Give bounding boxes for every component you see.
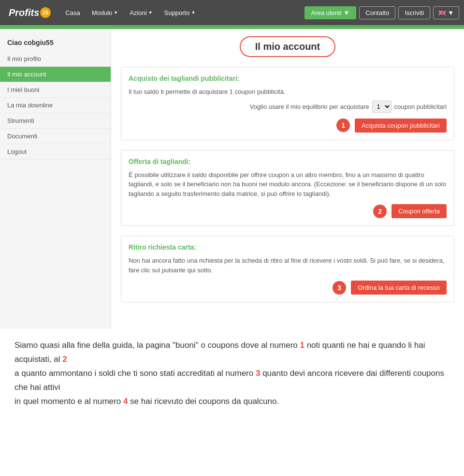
main-content: Il mio account Acquisto dei tagliandi pu…: [111, 29, 464, 329]
logo-text: Profits: [9, 7, 39, 18]
highlight-number-1: 1: [300, 341, 304, 350]
page-layout: Ciao cobgiu55 Il mio profilo Il mio acco…: [0, 29, 464, 329]
step-1-badge: 1: [336, 119, 350, 132]
section-offerta: Offerta di tagliandi: È possibile utiliz…: [121, 150, 454, 226]
sidebar-item-profile[interactable]: Il mio profilo: [0, 51, 111, 67]
nav-link-supporto[interactable]: Supporto ▼: [159, 9, 202, 16]
section3-title: Ritiro richiesta carta:: [129, 243, 447, 251]
page-title: Il mio account: [240, 36, 335, 57]
coupon-offerta-button[interactable]: Coupon offerta: [392, 204, 447, 218]
section-ritiro: Ritiro richiesta carta: Non hai ancora f…: [121, 236, 454, 302]
chevron-down-icon: ▼: [114, 10, 118, 15]
coupon-quantity-select[interactable]: 1 2 3 4: [372, 101, 392, 113]
section3-text: Non hai ancora fatto una richiesta per l…: [129, 256, 447, 275]
page-title-container: Il mio account: [121, 36, 454, 57]
section2-title: Offerta di tagliandi:: [129, 158, 447, 165]
nav-links: Casa Modulo ▼ Azioni ▼ Supporto ▼: [59, 9, 304, 16]
section1-action-row: 1 Acquista coupon pubblicitari: [129, 119, 447, 133]
ordina-carta-button[interactable]: Ordina la tua carta di recesso: [351, 281, 447, 295]
highlight-number-4: 4: [123, 397, 128, 406]
logo[interactable]: Profits 25: [5, 7, 55, 18]
sidebar-item-logout[interactable]: Logout: [0, 144, 111, 160]
nav-link-azioni[interactable]: Azioni ▼: [124, 9, 158, 16]
section-acquisto: Acquisto dei tagliandi pubblicitari: Il …: [121, 67, 454, 140]
green-accent-bar: [0, 25, 464, 29]
section2-action-row: 2 Coupon offerta: [129, 204, 447, 218]
sidebar-item-documenti[interactable]: Documenti: [0, 129, 111, 144]
coupon-select-suffix: coupon pubblicitari: [394, 103, 447, 110]
logo-badge: 25: [40, 7, 51, 18]
chevron-down-icon: ▼: [148, 10, 153, 15]
iscriviti-button[interactable]: Iscriviti: [398, 6, 430, 19]
nav-link-casa[interactable]: Casa: [59, 9, 86, 16]
bottom-text: Siamo quasi alla fine della guida, la pa…: [0, 329, 464, 418]
acquista-coupon-button[interactable]: Acquista coupon pubblicitari: [355, 119, 447, 133]
chevron-down-icon: ▼: [448, 9, 454, 16]
area-utenti-button[interactable]: Area utenti ▼: [304, 6, 357, 19]
sidebar-greeting: Ciao cobgiu55: [0, 34, 111, 51]
contatto-button[interactable]: Contatto: [359, 6, 395, 19]
nav-link-modulo[interactable]: Modulo ▼: [86, 9, 124, 16]
nav-right: Area utenti ▼ Contatto Iscriviti 🇬🇧 ▼: [304, 6, 460, 19]
sidebar-item-buoni[interactable]: I miei buoni: [0, 82, 111, 98]
top-navigation: Profits 25 Casa Modulo ▼ Azioni ▼ Suppor…: [0, 0, 464, 25]
highlight-number-3: 3: [256, 369, 260, 378]
section2-text: È possibile utilizzare il saldo disponib…: [129, 170, 447, 199]
section3-action-row: 3 Ordina la tua carta di recesso: [129, 281, 447, 295]
bottom-paragraph: Siamo quasi alla fine della guida, la pa…: [14, 339, 450, 408]
sidebar: Ciao cobgiu55 Il mio profilo Il mio acco…: [0, 29, 111, 329]
step-2-badge: 2: [373, 205, 387, 218]
sidebar-item-downline[interactable]: La mia downline: [0, 98, 111, 113]
language-button[interactable]: 🇬🇧 ▼: [433, 6, 459, 19]
highlight-number-2: 2: [62, 355, 67, 364]
sidebar-item-strumenti[interactable]: Strumenti: [0, 113, 111, 129]
section1-title: Acquisto dei tagliandi pubblicitari:: [129, 74, 447, 82]
coupon-row-label: Voglio usare il mio equilibrio per acqui…: [249, 103, 369, 110]
chevron-down-icon: ▼: [343, 9, 349, 16]
section1-text: Il tuo saldo ti permette di acquistare 1…: [129, 87, 447, 97]
step-3-badge: 3: [333, 281, 346, 295]
chevron-down-icon: ▼: [191, 10, 195, 15]
coupon-select-row: Voglio usare il mio equilibrio per acqui…: [129, 101, 447, 113]
sidebar-item-account[interactable]: Il mio account: [0, 67, 111, 82]
